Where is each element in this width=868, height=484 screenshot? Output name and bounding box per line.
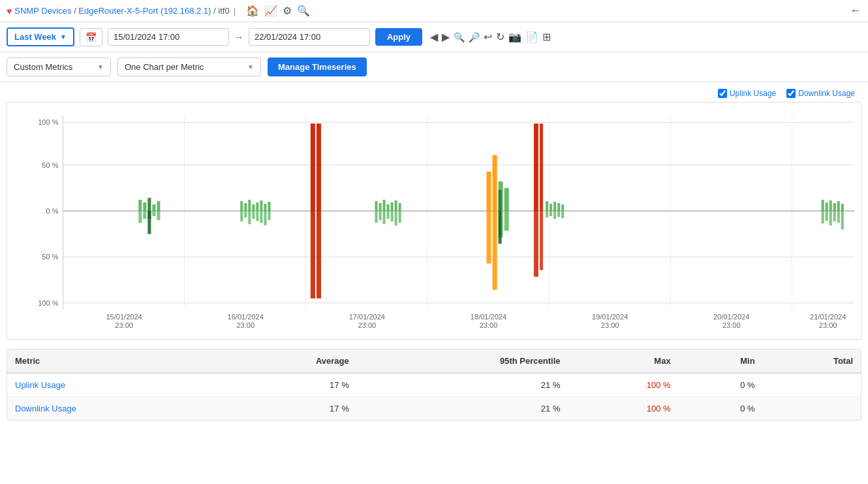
svg-rect-97 [553,211,556,219]
svg-text:23:00: 23:00 [601,321,619,329]
uplink-label: Uplink Usage [730,89,776,98]
downlink-label: Downlink Usage [798,89,855,98]
svg-rect-56 [264,211,266,225]
svg-rect-46 [256,202,258,211]
svg-text:20/01/2024: 20/01/2024 [713,313,749,321]
svg-rect-58 [311,123,315,211]
back-button[interactable]: ← [850,4,861,18]
heart-icon: ♥ [7,6,12,16]
svg-text:18/01/2024: 18/01/2024 [471,313,506,321]
col-max: Max [568,349,678,373]
uplink-checkbox[interactable] [718,89,727,98]
from-date-input[interactable] [108,28,229,46]
svg-text:50 %: 50 % [42,253,58,261]
custom-metrics-label: Custom Metrics [14,62,72,72]
to-date-input[interactable] [249,28,370,46]
date-range-caret: ▼ [60,33,67,40]
svg-rect-85 [499,211,502,244]
manage-timeseries-button[interactable]: Manage Timeseries [268,57,367,76]
prev-icon[interactable]: ◀ [430,31,438,43]
svg-rect-109 [833,211,836,221]
svg-text:23:00: 23:00 [480,321,498,329]
svg-rect-88 [534,211,538,277]
svg-rect-41 [157,211,160,220]
svg-rect-55 [260,211,262,223]
apply-button[interactable]: Apply [375,28,422,46]
svg-rect-35 [152,204,155,211]
svg-rect-53 [252,211,255,219]
col-average: Average [221,349,357,373]
svg-rect-40 [152,211,155,216]
svg-rect-66 [391,202,394,211]
chart-per-metric-dropdown[interactable]: One Chart per Metric ▼ [117,57,261,76]
breadcrumb-snmp[interactable]: SNMP Devices [14,6,71,16]
svg-text:23:00: 23:00 [819,321,837,329]
downlink-legend: Downlink Usage [786,89,855,98]
zoom-out-icon[interactable]: 🔎 [469,32,480,42]
home-icon[interactable]: 🏠 [246,5,259,17]
refresh-icon[interactable]: ↻ [496,31,504,43]
svg-rect-90 [546,201,548,211]
svg-rect-86 [534,123,538,211]
next-icon[interactable]: ▶ [442,31,450,43]
date-range-dropdown[interactable]: Last Week ▼ [7,27,74,46]
svg-rect-39 [147,211,151,234]
downlink-checkbox[interactable] [786,89,796,98]
svg-text:100 %: 100 % [38,299,59,307]
top-nav-icons: 🏠 📈 ⚙ 🔍 [246,5,310,17]
svg-text:23:00: 23:00 [722,321,741,329]
zoom-in-icon[interactable]: 🔍 [454,32,465,42]
date-range-label: Last Week [14,32,56,42]
svg-rect-62 [375,201,377,211]
svg-rect-104 [837,201,840,211]
svg-text:23:00: 23:00 [358,321,377,329]
svg-rect-52 [248,211,251,224]
screenshot-icon[interactable]: 📷 [508,31,521,43]
svg-rect-98 [557,211,560,217]
arrow-separator: → [234,32,243,42]
svg-rect-96 [550,211,552,216]
svg-text:23:00: 23:00 [236,321,255,329]
svg-rect-110 [837,211,840,223]
svg-rect-81 [493,211,497,290]
svg-rect-65 [387,204,390,211]
svg-rect-61 [317,211,321,298]
chart-per-metric-caret: ▼ [247,63,254,71]
svg-rect-70 [379,211,381,220]
svg-rect-101 [826,202,828,211]
chart-icon[interactable]: 📈 [264,5,277,17]
svg-rect-37 [138,211,142,223]
gear-icon[interactable]: ⚙ [283,5,292,17]
col-min: Min [679,349,763,373]
breadcrumb-device[interactable]: EdgeRouter-X-5-Port (192.168.2.1) [78,6,211,16]
svg-rect-42 [240,201,243,211]
filter-bar: Custom Metrics ▼ One Chart per Metric ▼ … [0,52,868,82]
svg-rect-93 [557,203,560,211]
svg-rect-79 [504,188,509,211]
svg-rect-64 [383,200,386,211]
uplink-legend: Uplink Usage [718,89,776,98]
undo-icon[interactable]: ↩ [484,31,492,43]
svg-rect-95 [546,211,548,218]
svg-rect-68 [399,203,401,211]
svg-rect-102 [829,201,832,211]
svg-rect-67 [395,201,397,211]
svg-rect-38 [143,211,146,219]
toolbar: Last Week ▼ 📅 → Apply ◀ ▶ 🔍 🔎 ↩ ↻ 📷 📄 ⊞ [0,22,868,52]
svg-text:0 %: 0 % [46,207,58,215]
svg-rect-51 [244,211,247,218]
search-icon[interactable]: 🔍 [297,5,310,17]
svg-rect-50 [240,211,243,221]
svg-rect-49 [268,202,270,211]
svg-rect-105 [841,204,844,211]
chart-area[interactable]: 100 % 50 % 0 % 50 % 100 % 15/01/2024 23:… [7,102,861,340]
export-icon[interactable]: 📄 [525,31,538,43]
calendar-button[interactable]: 📅 [80,28,102,46]
svg-rect-94 [561,204,564,211]
svg-rect-44 [248,200,251,211]
svg-rect-84 [499,190,502,211]
stats-table: Metric Average 95th Percentile Max Min T… [7,349,861,420]
grid-icon[interactable]: ⊞ [542,31,551,43]
svg-text:17/01/2024: 17/01/2024 [349,313,385,321]
custom-metrics-dropdown[interactable]: Custom Metrics ▼ [7,57,111,76]
